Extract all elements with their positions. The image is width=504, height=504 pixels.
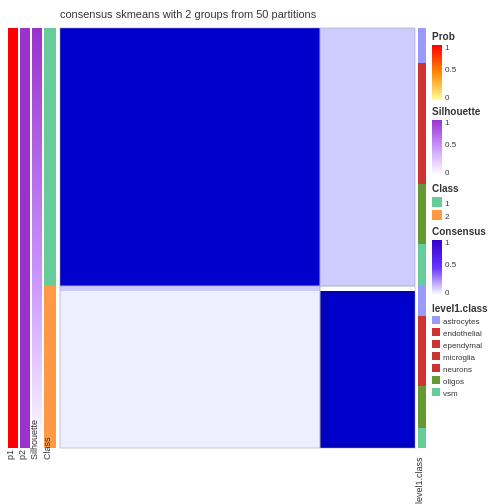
level1-ependymal [418,81,426,99]
legend-sil-min: 0 [445,168,450,177]
p1-strip-top [8,28,18,286]
level1-vsm [418,244,426,286]
class-strip-top [44,28,56,286]
heatmap-sep-h [60,286,320,291]
axis-label-class: Class [42,437,52,460]
level1-b-astrocytes [418,286,426,316]
legend-class-2-box [432,210,442,220]
legend-sil-title: Silhouette [432,106,481,117]
legend-class-2-label: 2 [445,212,450,221]
heatmap-block-tr [320,28,415,286]
legend-sil-max: 1 [445,118,450,127]
legend-vsm-label: vsm [443,389,458,398]
legend-ependymal-label: ependymal [443,341,482,350]
legend-oligos-label: oligos [443,377,464,386]
legend-sil-mid: 0.5 [445,140,457,149]
axis-label-level1: level1.class [414,457,424,504]
heatmap-block-bl [60,291,320,448]
chart-svg: p1 p2 Silhouette Class level1.class Prob… [0,0,504,504]
chart-container: consensus skmeans with 2 groups from 50 … [0,0,504,504]
legend-astrocytes-box [432,316,440,324]
legend-prob-title: Prob [432,31,455,42]
heatmap-block-tl [60,28,320,286]
legend-neurons-box [432,364,440,372]
legend-class-title: Class [432,183,459,194]
legend-class-1-box [432,197,442,207]
legend-level1-title: level1.class [432,303,488,314]
axis-label-p2: p2 [17,450,27,460]
level1-b-vsm [418,428,426,448]
level1-oligos [418,184,426,244]
legend-class-1-label: 1 [445,199,450,208]
legend-microglia-label: microglia [443,353,476,362]
legend-cons-title: Consensus [432,226,486,237]
legend-prob-gradient [432,45,442,100]
axis-label-p1: p1 [5,450,15,460]
legend-cons-mid: 0.5 [445,260,457,269]
legend-sil-gradient [432,120,442,175]
level1-b-microglia [418,356,426,386]
legend-prob-max: 1 [445,43,450,52]
level1-astrocytes [418,28,426,63]
legend-endothelial-label: endothelial [443,329,482,338]
level1-b-endothelial [418,316,426,336]
level1-neurons [418,124,426,184]
p1-strip-bottom [8,296,18,448]
heatmap-block-br-blue [328,295,410,443]
legend-astrocytes-label: astrocytes [443,317,479,326]
legend-vsm-box [432,388,440,396]
legend-prob-mid: 0.5 [445,65,457,74]
legend-cons-gradient [432,240,442,295]
level1-endothelial [418,63,426,81]
level1-b-oligos [418,386,426,428]
legend-cons-max: 1 [445,238,450,247]
p2-strip-top [20,28,30,286]
class-strip-bottom [44,286,56,448]
p1-strip-mid1 [8,286,18,296]
legend-ependymal-box [432,340,440,348]
legend-neurons-label: neurons [443,365,472,374]
level1-b-ependymal [418,336,426,356]
legend-microglia-box [432,352,440,360]
legend-oligos-box [432,376,440,384]
legend-cons-min: 0 [445,288,450,297]
silhouette-strip-top [32,28,42,286]
legend-endothelial-box [432,328,440,336]
level1-microglia [418,99,426,124]
axis-label-silhouette: Silhouette [29,420,39,460]
legend-prob-min: 0 [445,93,450,102]
